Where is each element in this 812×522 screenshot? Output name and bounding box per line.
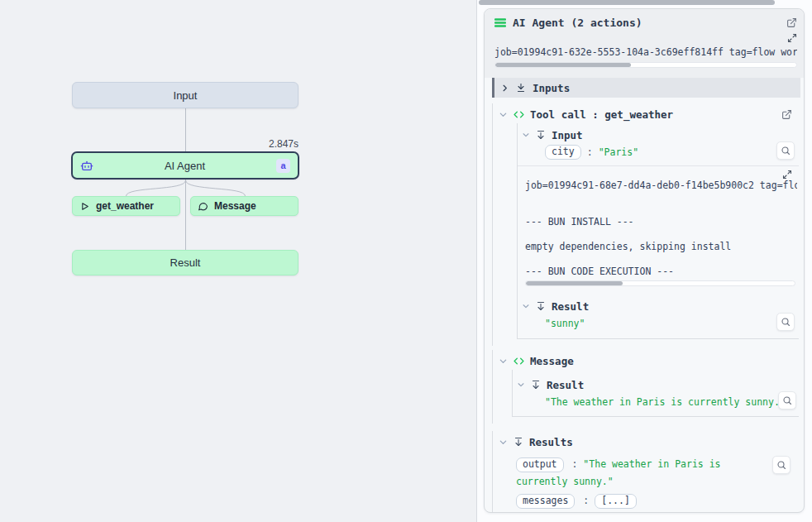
panel-title: AI Agent (2 actions) (513, 17, 642, 29)
tool-call-external-link-icon[interactable] (781, 109, 792, 120)
result-key-pill: output (516, 457, 564, 472)
tool-result-header[interactable]: Result (518, 298, 799, 314)
run-details-drawer: AI Agent (2 actions) job=01994c91-632e-5… (477, 0, 812, 522)
flow-node-input[interactable]: Input (72, 82, 299, 108)
tool-progress-track (525, 280, 795, 286)
tool-result-value: "sunny" (545, 318, 585, 329)
arg-key-pill: city (545, 145, 581, 160)
message-bubble-icon (198, 201, 208, 212)
agent-badge: a (276, 159, 290, 173)
colon-separator: : (587, 146, 593, 158)
flow-node-message[interactable]: Message (190, 196, 299, 216)
tool-call-title: Tool call : get_weather (530, 108, 673, 121)
results-section-header[interactable]: Results (493, 433, 799, 451)
log-line-install-msg: empty dependencies, skipping install (518, 241, 797, 252)
message-result-row: "The weather in Paris is currently sunny… (513, 393, 799, 410)
tool-call-section-header[interactable]: Tool call : get_weather (493, 105, 799, 123)
result-node-label: Result (170, 256, 201, 269)
chevron-down-icon (522, 131, 530, 139)
ai-agent-detail-panel: AI Agent (2 actions) job=01994c91-632e-5… (484, 8, 805, 513)
results-body: output : "The weather in Paris is curren… (493, 451, 799, 510)
search-icon[interactable] (776, 141, 795, 160)
inputs-section-label: Inputs (533, 82, 570, 94)
flow-run-progress-bar (479, 0, 775, 5)
message-result-header[interactable]: Result (513, 376, 799, 393)
node-duration-label: 2.847s (216, 138, 299, 150)
chevron-down-icon (499, 438, 508, 447)
message-result-label: Result (547, 379, 584, 391)
ai-agent-node-label: AI Agent (93, 160, 276, 172)
results-section: Results output : "The weather in Paris i… (492, 431, 799, 513)
section-inputs[interactable]: Inputs (492, 78, 800, 98)
agent-header-block: AI Agent (2 actions) job=01994c91-632e-5… (485, 9, 804, 78)
flow-node-ai-agent[interactable]: AI Agent a (71, 151, 299, 180)
log-line-bun-exec: --- BUN CODE EXECUTION --- (518, 266, 797, 277)
play-icon (79, 201, 90, 212)
bot-icon (80, 159, 93, 172)
chevron-down-icon (499, 110, 508, 119)
results-section-label: Results (529, 436, 573, 448)
tool-job-id-line: job=01994c91-68e7-dd4a-deb0-f14be5b900c2… (518, 180, 797, 191)
colon-separator: : (571, 458, 577, 470)
chevron-down-icon (517, 381, 525, 389)
arrow-down-from-line-icon (536, 130, 546, 140)
result-output-row: output : "The weather in Paris is curren… (516, 456, 791, 491)
open-job-external-link-icon[interactable] (786, 17, 797, 28)
agent-job-id-line: job=01994c91-632e-5553-104a-3c69eff814ff… (494, 46, 797, 58)
result-messages-row: messages : [...] (516, 492, 791, 510)
tool-call-section: Tool call : get_weather Input (492, 103, 799, 346)
colon-separator: : (583, 495, 589, 506)
flow-canvas[interactable]: 2.847s Input AI Agent a get_weather Mess… (0, 0, 477, 522)
tool-result-label: Result (552, 300, 589, 313)
agent-lines-icon (494, 17, 506, 28)
result-key-pill: messages (516, 494, 575, 509)
message-node-label: Message (214, 200, 256, 212)
expand-logs-icon[interactable] (787, 33, 797, 43)
arg-value: "Paris" (599, 146, 638, 158)
message-section: Message Result "The weather in Paris is … (492, 350, 799, 424)
message-section-title: Message (530, 355, 574, 367)
tool-input-header[interactable]: Input (518, 127, 799, 143)
message-result-value: "The weather in Paris is currently sunny… (545, 396, 786, 408)
flow-node-result[interactable]: Result (72, 250, 299, 275)
arrow-down-from-line-icon (513, 437, 523, 447)
get-weather-node-label: get_weather (96, 200, 154, 212)
collapsed-array-pill[interactable]: [...] (595, 494, 637, 509)
search-icon[interactable] (778, 391, 796, 409)
arrow-down-to-line-icon (516, 83, 526, 93)
tool-log-box: job=01994c91-68e7-dd4a-deb0-f14be5b900c2… (518, 165, 799, 291)
code-icon (513, 109, 524, 120)
tool-input-label: Input (552, 129, 583, 141)
agent-progress-track (494, 62, 797, 68)
arrow-down-from-line-icon (531, 380, 541, 390)
code-icon (513, 356, 524, 366)
chevron-down-icon (499, 357, 508, 366)
log-line-bun-install: --- BUN INSTALL --- (518, 216, 797, 227)
arrow-down-from-line-icon (536, 301, 546, 311)
flow-node-get-weather[interactable]: get_weather (72, 196, 180, 216)
tool-input-arg-row: city : "Paris" (518, 143, 799, 160)
message-section-header[interactable]: Message (493, 352, 799, 370)
tool-progress-fill (526, 281, 623, 285)
agent-progress-fill (495, 63, 631, 67)
input-node-label: Input (174, 89, 198, 102)
tool-call-body: Input city : "Paris" (517, 123, 799, 339)
expand-logs-icon[interactable] (782, 170, 792, 180)
chevron-down-icon (522, 302, 530, 310)
tool-result-row: "sunny" (518, 314, 799, 332)
message-body: Result "The weather in Paris is currentl… (512, 370, 799, 417)
search-icon[interactable] (776, 313, 795, 331)
chevron-right-icon (500, 84, 509, 93)
search-icon[interactable] (772, 456, 791, 474)
